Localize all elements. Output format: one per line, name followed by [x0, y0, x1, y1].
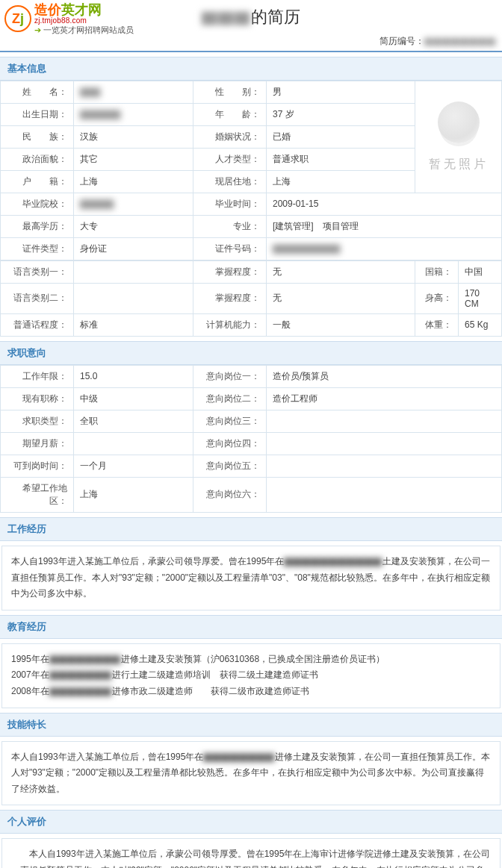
age-value: 37 岁	[267, 103, 415, 125]
avatar-placeholder-icon	[438, 102, 480, 143]
section-work: 工作经历	[0, 517, 502, 541]
logo-badge: Zj	[4, 5, 31, 32]
title-value: 中级	[74, 387, 193, 410]
pos1-label: 意向岗位一：	[193, 365, 267, 387]
basic-info-table-2: 语言类别一：掌握程度：无国籍：中国 语言类别二：掌握程度：无身高：170 CM …	[0, 260, 502, 337]
polit-label: 政治面貌：	[1, 148, 74, 170]
pos6-value	[267, 477, 502, 512]
major-value: [建筑管理] 项目管理	[267, 215, 502, 237]
weight-label: 体重：	[415, 313, 459, 336]
section-basic: 基本信息	[0, 57, 502, 81]
lang1lv-label: 掌握程度：	[193, 260, 267, 283]
type-value: 全职	[74, 410, 193, 432]
pos4-value	[267, 432, 502, 455]
birth-value: ▇▇▇▇▇▇	[80, 109, 120, 119]
lang1lv-value: 无	[267, 260, 415, 283]
page-header: Zj 造价英才网 zj.tmjob88.com ➔ 一览英才网招聘网站成员 ▇▇…	[0, 0, 502, 35]
lang2lv-label: 掌握程度：	[193, 283, 267, 313]
resid-label: 现居住地：	[193, 170, 267, 193]
idno-value: ▇▇▇▇▇▇▇▇▇▇	[273, 243, 340, 254]
section-intent: 求职意向	[0, 341, 502, 365]
work-content: 本人自1993年进入某施工单位后，承蒙公司领导厚爱。曾在1995年在▇▇▇▇▇▇…	[1, 546, 501, 611]
gradtime-value: 2009-01-15	[267, 193, 502, 215]
marital-label: 婚姻状况：	[193, 125, 267, 148]
page-title: ▇▇▇的简历	[202, 6, 300, 28]
lang2-label: 语言类别二：	[1, 283, 74, 313]
self-content: 本人自1993年进入某施工单位后，承蒙公司领导厚爱。曾在1995年在上海审计进修…	[1, 838, 501, 868]
major-label: 专业：	[193, 215, 267, 237]
talent-value: 普通求职	[267, 148, 415, 170]
logo-subtitle: 一览英才网招聘网站成员	[43, 25, 134, 34]
section-self: 个人评价	[0, 810, 502, 834]
avail-value: 一个月	[74, 455, 193, 477]
nation-label: 民 族：	[1, 125, 74, 148]
years-label: 工作年限：	[1, 365, 74, 387]
years-value: 15.0	[74, 365, 193, 387]
pth-label: 普通话程度：	[1, 313, 74, 336]
salary-label: 期望月薪：	[1, 432, 74, 455]
age-label: 年 龄：	[193, 103, 267, 125]
edu-value: 大专	[74, 215, 193, 237]
area-label: 希望工作地区：	[1, 477, 74, 512]
edu-label: 最高学历：	[1, 215, 74, 237]
school-value: ▇▇▇▇▇	[80, 199, 114, 209]
pos2-value: 造价工程师	[267, 387, 502, 410]
nation-value: 汉族	[74, 125, 193, 148]
lang1-value	[74, 260, 193, 283]
name-label: 姓 名：	[1, 81, 74, 103]
lang2lv-value: 无	[267, 283, 415, 313]
basic-info-table: 姓 名：▇▇▇性 别：男暂无照片 出生日期：▇▇▇▇▇▇年 龄：37 岁 民 族…	[0, 81, 502, 260]
gender-value: 男	[267, 81, 415, 103]
area-value: 上海	[74, 477, 193, 512]
intent-table: 工作年限：15.0意向岗位一：造价员/预算员 现有职称：中级意向岗位二：造价工程…	[0, 365, 502, 513]
polit-value: 其它	[74, 148, 193, 170]
avail-label: 可到岗时间：	[1, 455, 74, 477]
height-value: 170 CM	[459, 283, 502, 313]
resid-value: 上海	[267, 170, 415, 193]
title-label: 现有职称：	[1, 387, 74, 410]
pos3-label: 意向岗位三：	[193, 410, 267, 432]
idtype-label: 证件类型：	[1, 237, 74, 260]
lang1-label: 语言类别一：	[1, 260, 74, 283]
height-label: 身高：	[415, 283, 459, 313]
lang2-value	[74, 283, 193, 313]
pos5-value	[267, 455, 502, 477]
section-skill: 技能特长	[0, 713, 502, 737]
talent-label: 人才类型：	[193, 148, 267, 170]
pos5-label: 意向岗位五：	[193, 455, 267, 477]
marital-value: 已婚	[267, 125, 415, 148]
gradtime-label: 毕业时间：	[193, 193, 267, 215]
comp-value: 一般	[267, 313, 415, 336]
logo-cn-right: 英才网	[61, 2, 102, 17]
type-label: 求职类型：	[1, 410, 74, 432]
gender-label: 性 别：	[193, 81, 267, 103]
photo-cell: 暂无照片	[415, 81, 502, 193]
resume-id-row: 简历编号：▇▇▇▇▇▇▇▇	[0, 35, 502, 52]
pos1-value: 造价员/预算员	[267, 365, 502, 387]
idno-label: 证件号码：	[193, 237, 267, 260]
idtype-value: 身份证	[74, 237, 193, 260]
site-logo: Zj 造价英才网 zj.tmjob88.com ➔ 一览英才网招聘网站成员	[4, 3, 134, 35]
comp-label: 计算机能力：	[193, 313, 267, 336]
nationality-label: 国籍：	[415, 260, 459, 283]
skill-content: 本人自1993年进入某施工单位后，曾在1995年在▇▇▇▇▇▇▇▇进修土建及安装…	[1, 741, 501, 806]
logo-url: zj.tmjob88.com	[34, 17, 134, 25]
birth-label: 出生日期：	[1, 103, 74, 125]
pth-value: 标准	[74, 313, 193, 336]
section-edu: 教育经历	[0, 615, 502, 639]
salary-value	[74, 432, 193, 455]
logo-cn-left: 造价	[34, 2, 61, 17]
name-value: ▇▇▇	[80, 87, 100, 97]
pos2-label: 意向岗位二：	[193, 387, 267, 410]
pos4-label: 意向岗位四：	[193, 432, 267, 455]
school-label: 毕业院校：	[1, 193, 74, 215]
edu-content: 1995年在▇▇▇▇▇▇▇▇进修土建及安装预算（沪06310368，已换成全国注…	[1, 643, 501, 708]
weight-value: 65 Kg	[459, 313, 502, 336]
pos3-value	[267, 410, 502, 432]
nationality-value: 中国	[459, 260, 502, 283]
photo-placeholder-text: 暂无照片	[429, 157, 489, 172]
huji-label: 户 籍：	[1, 170, 74, 193]
huji-value: 上海	[74, 170, 193, 193]
pos6-label: 意向岗位六：	[193, 477, 267, 512]
